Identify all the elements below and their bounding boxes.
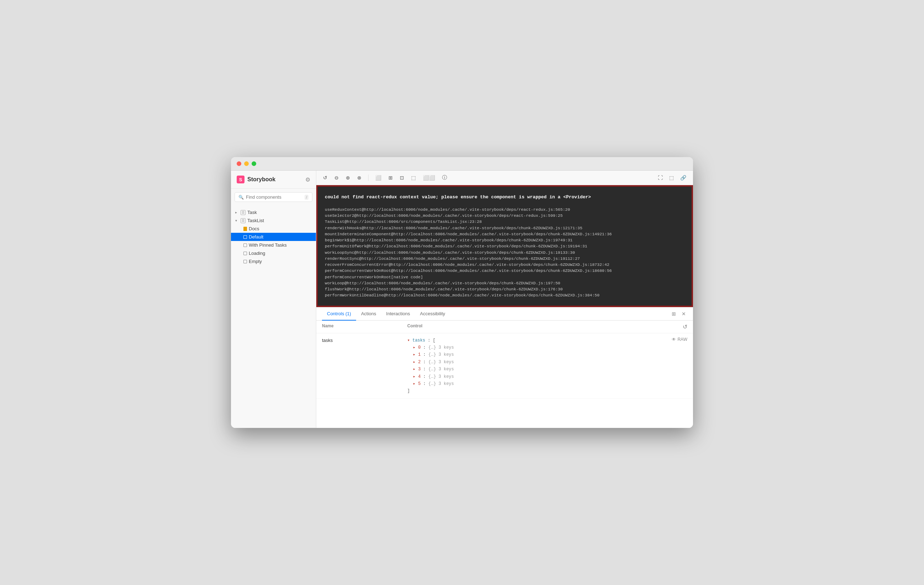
reset-button[interactable]: ↺	[683, 324, 687, 330]
stack-line: useSelector2@http://localhost:6006/node_…	[325, 213, 685, 218]
expand-icon: ▸	[235, 210, 239, 214]
stack-line: flushWork@http://localhost:6006/node_mod…	[325, 286, 685, 292]
sidebar-item-tasklist[interactable]: ▾ ☰ TaskList	[231, 216, 316, 225]
toolbar-new-tab-btn[interactable]: ⬚	[667, 174, 676, 182]
tab-actions[interactable]: Actions	[356, 307, 381, 321]
stack-line: renderRootSync@http://localhost:6006/nod…	[325, 256, 685, 261]
json-root[interactable]: ▾ tasks : [	[407, 337, 672, 344]
group-icon: ☰	[241, 210, 246, 215]
panel-tab-actions: ⊞ ✕	[670, 309, 687, 318]
controls-row-tasks: tasks ▾ tasks : [▸ 0 : {…} 3 keys▸ 1 : {…	[316, 333, 693, 399]
stack-line: workLoop@http://localhost:6006/node_modu…	[325, 280, 685, 286]
json-array-item[interactable]: ▸ 1 : {…} 3 keys	[407, 351, 672, 358]
error-stack: useReduxContext@http://localhost:6006/no…	[325, 207, 685, 299]
toolbar-panel-btn[interactable]: ⊡	[398, 174, 406, 182]
story-icon	[243, 260, 247, 263]
search-shortcut: /	[305, 195, 309, 200]
bottom-panel: Controls (1) Actions Interactions Access…	[316, 307, 693, 428]
json-array-item[interactable]: ▸ 4 : {…} 3 keys	[407, 373, 672, 380]
toolbar-docs-btn[interactable]: ⬜⬜	[421, 174, 437, 182]
tree-item-label: Loading	[249, 251, 265, 256]
sidebar-item-default[interactable]: Default	[231, 233, 316, 241]
main-content: ↺ ⊖ ⊕ ⊗ ⬜ ⊞ ⊡ ⬚ ⬜⬜ ⓘ ⛶ ⬚ 🔗 could not fin	[316, 170, 693, 428]
sidebar-item-pinned[interactable]: With Pinned Tasks	[231, 241, 316, 249]
sidebar-item-docs[interactable]: Docs	[231, 225, 316, 233]
app-window: S Storybook ⚙ 🔍 / ▸ ☰ Task ▾	[231, 157, 693, 428]
sidebar-item-task[interactable]: ▸ ☰ Task	[231, 208, 316, 216]
tree-item-label: Docs	[249, 226, 259, 231]
tab-accessibility[interactable]: Accessibility	[415, 307, 450, 321]
control-value-tasks: ▾ tasks : [▸ 0 : {…} 3 keys▸ 1 : {…} 3 k…	[407, 337, 672, 395]
panel-tabs: Controls (1) Actions Interactions Access…	[316, 307, 693, 321]
tree-item-label: Empty	[249, 259, 262, 264]
toolbar-separator	[368, 175, 368, 181]
storybook-logo-icon: S	[237, 175, 244, 183]
toolbar-info-btn[interactable]: ⓘ	[441, 174, 449, 182]
tree-item-label: TaskList	[248, 218, 264, 223]
stack-line: workLoopSync@http://localhost:6006/node_…	[325, 250, 685, 256]
controls-header: Name Control ↺	[316, 321, 693, 333]
titlebar	[231, 157, 693, 170]
stack-line: performConcurrentWorkOnRoot[native code]	[325, 274, 685, 280]
toolbar-split-btn[interactable]: ⬚	[409, 174, 417, 182]
story-icon	[243, 243, 247, 247]
settings-icon[interactable]: ⚙	[305, 176, 310, 183]
story-icon	[243, 235, 247, 239]
json-tree: ▾ tasks : [▸ 0 : {…} 3 keys▸ 1 : {…} 3 k…	[407, 337, 672, 395]
toolbar-fullscreen-btn[interactable]: ⛶	[656, 174, 665, 182]
toolbar-single-view-btn[interactable]: ⬜	[373, 174, 383, 182]
preview-area: could not find react-redux context value…	[316, 185, 693, 307]
controls-panel: Name Control ↺ tasks ▾ tasks : [▸ 0 : {……	[316, 321, 693, 428]
sidebar-item-loading[interactable]: Loading	[231, 249, 316, 257]
stack-line: performConcurrentWorkOnRoot@http://local…	[325, 268, 685, 274]
sidebar: S Storybook ⚙ 🔍 / ▸ ☰ Task ▾	[231, 170, 316, 428]
stack-line: performWorkUntilDeadline@http://localhos…	[325, 292, 685, 298]
sidebar-logo: S Storybook	[237, 175, 276, 183]
stack-line: useReduxContext@http://localhost:6006/no…	[325, 207, 685, 213]
raw-button[interactable]: 👁 RAW	[672, 337, 687, 342]
stack-line: TaskList@http://localhost:6006/src/compo…	[325, 218, 685, 225]
sidebar-logo-text: Storybook	[248, 176, 276, 183]
stack-line: beginWork$1@http://localhost:6006/node_m…	[325, 237, 685, 243]
toolbar-zoom-in-btn[interactable]: ⊕	[344, 174, 352, 182]
close-button[interactable]	[237, 161, 241, 166]
tree-item-label: With Pinned Tasks	[249, 242, 287, 248]
raw-label: RAW	[677, 337, 687, 342]
tree-item-label: Default	[249, 234, 263, 240]
json-array-item[interactable]: ▸ 0 : {…} 3 keys	[407, 344, 672, 351]
search-box[interactable]: 🔍 /	[234, 192, 312, 202]
tab-controls[interactable]: Controls (1)	[322, 307, 356, 321]
json-array-item[interactable]: ▸ 3 : {…} 3 keys	[407, 366, 672, 373]
sidebar-tree: ▸ ☰ Task ▾ ☰ TaskList Docs	[231, 205, 316, 428]
tree-item-label: Task	[248, 210, 257, 215]
minimize-button[interactable]	[244, 161, 249, 166]
sidebar-header: S Storybook ⚙	[231, 170, 316, 189]
control-name-tasks: tasks	[322, 337, 407, 343]
toolbar-zoom-reset-btn[interactable]: ⊗	[355, 174, 363, 182]
story-icon	[243, 252, 247, 255]
col-control-header: Control	[407, 324, 683, 330]
search-icon: 🔍	[238, 195, 244, 200]
toolbar-refresh-btn[interactable]: ↺	[321, 174, 329, 182]
app-body: S Storybook ⚙ 🔍 / ▸ ☰ Task ▾	[231, 170, 693, 428]
toolbar-right: ⛶ ⬚ 🔗	[656, 174, 688, 182]
json-array-item[interactable]: ▸ 5 : {…} 3 keys	[407, 380, 672, 387]
stack-line: mountIndeterminateComponent@http://local…	[325, 231, 685, 237]
panel-grid-btn[interactable]: ⊞	[670, 309, 677, 318]
json-array-item[interactable]: ▸ 2 : {…} 3 keys	[407, 359, 672, 366]
toolbar-grid-view-btn[interactable]: ⊞	[387, 174, 394, 182]
stack-line: recoverFromConcurrentError@http://localh…	[325, 261, 685, 268]
expand-icon: ▾	[235, 218, 239, 223]
col-name-header: Name	[322, 324, 407, 330]
stack-line: performUnitOfWork@http://localhost:6006/…	[325, 243, 685, 249]
toolbar-zoom-out-btn[interactable]: ⊖	[333, 174, 340, 182]
json-close: ]	[407, 387, 672, 395]
maximize-button[interactable]	[252, 161, 256, 166]
panel-close-btn[interactable]: ✕	[680, 309, 687, 318]
sidebar-item-empty[interactable]: Empty	[231, 257, 316, 266]
docs-icon	[243, 227, 247, 231]
toolbar-link-btn[interactable]: 🔗	[678, 174, 688, 182]
error-title: could not find react-redux context value…	[325, 194, 685, 201]
tab-interactions[interactable]: Interactions	[381, 307, 415, 321]
search-input[interactable]	[246, 194, 302, 200]
